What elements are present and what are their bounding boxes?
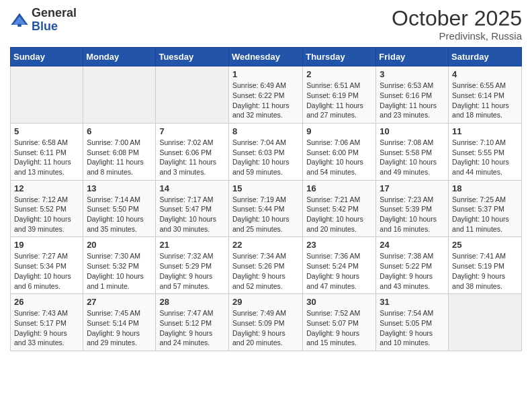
day-info: Sunrise: 7:23 AM Sunset: 5:39 PM Dayligh… <box>380 195 445 234</box>
day-number: 9 <box>306 126 372 136</box>
calendar-cell: 19Sunrise: 7:27 AM Sunset: 5:34 PM Dayli… <box>11 237 83 294</box>
calendar-cell: 3Sunrise: 6:53 AM Sunset: 6:16 PM Daylig… <box>376 66 449 124</box>
calendar-cell: 6Sunrise: 7:00 AM Sunset: 6:08 PM Daylig… <box>83 123 156 180</box>
title-block: October 2025 Predivinsk, Russia <box>392 7 522 42</box>
day-info: Sunrise: 7:47 AM Sunset: 5:12 PM Dayligh… <box>159 308 225 348</box>
calendar-week-row: 12Sunrise: 7:12 AM Sunset: 5:52 PM Dayli… <box>11 180 522 237</box>
day-info: Sunrise: 6:49 AM Sunset: 6:22 PM Dayligh… <box>232 81 299 120</box>
calendar-cell: 5Sunrise: 6:58 AM Sunset: 6:11 PM Daylig… <box>11 123 83 180</box>
day-info: Sunrise: 7:14 AM Sunset: 5:50 PM Dayligh… <box>87 195 152 234</box>
weekday-header: Sunday <box>11 48 83 66</box>
day-info: Sunrise: 7:12 AM Sunset: 5:52 PM Dayligh… <box>14 195 79 234</box>
day-number: 21 <box>159 240 225 250</box>
day-number: 28 <box>159 297 225 307</box>
calendar-cell: 17Sunrise: 7:23 AM Sunset: 5:39 PM Dayli… <box>376 180 449 237</box>
day-info: Sunrise: 7:45 AM Sunset: 5:14 PM Dayligh… <box>87 308 152 348</box>
calendar-week-row: 26Sunrise: 7:43 AM Sunset: 5:17 PM Dayli… <box>11 294 522 351</box>
day-info: Sunrise: 7:30 AM Sunset: 5:32 PM Dayligh… <box>87 251 152 291</box>
calendar-cell <box>11 66 83 124</box>
calendar-cell: 29Sunrise: 7:49 AM Sunset: 5:09 PM Dayli… <box>228 294 302 351</box>
day-number: 4 <box>452 69 518 79</box>
day-number: 24 <box>380 240 445 250</box>
calendar-cell: 18Sunrise: 7:25 AM Sunset: 5:37 PM Dayli… <box>449 180 522 237</box>
calendar-cell: 8Sunrise: 7:04 AM Sunset: 6:03 PM Daylig… <box>228 123 302 180</box>
calendar-cell: 11Sunrise: 7:10 AM Sunset: 5:55 PM Dayli… <box>449 123 522 180</box>
day-info: Sunrise: 6:58 AM Sunset: 6:11 PM Dayligh… <box>14 138 79 177</box>
day-info: Sunrise: 7:41 AM Sunset: 5:19 PM Dayligh… <box>452 251 518 291</box>
calendar-cell: 4Sunrise: 6:55 AM Sunset: 6:14 PM Daylig… <box>449 66 522 124</box>
page: General Blue October 2025 Predivinsk, Ru… <box>0 0 532 361</box>
day-info: Sunrise: 6:53 AM Sunset: 6:16 PM Dayligh… <box>380 81 445 120</box>
day-number: 8 <box>232 126 299 136</box>
calendar-cell: 30Sunrise: 7:52 AM Sunset: 5:07 PM Dayli… <box>303 294 376 351</box>
calendar-cell <box>449 294 522 351</box>
day-number: 10 <box>380 126 445 136</box>
day-info: Sunrise: 6:51 AM Sunset: 6:19 PM Dayligh… <box>306 81 372 120</box>
day-number: 12 <box>14 183 79 193</box>
day-number: 17 <box>380 183 445 193</box>
day-number: 29 <box>232 297 299 307</box>
calendar-cell: 31Sunrise: 7:54 AM Sunset: 5:05 PM Dayli… <box>376 294 449 351</box>
day-info: Sunrise: 7:17 AM Sunset: 5:47 PM Dayligh… <box>159 195 225 234</box>
day-number: 25 <box>452 240 518 250</box>
calendar-cell: 21Sunrise: 7:32 AM Sunset: 5:29 PM Dayli… <box>156 237 229 294</box>
calendar-cell: 26Sunrise: 7:43 AM Sunset: 5:17 PM Dayli… <box>11 294 83 351</box>
day-info: Sunrise: 7:21 AM Sunset: 5:42 PM Dayligh… <box>306 195 372 234</box>
day-info: Sunrise: 7:10 AM Sunset: 5:55 PM Dayligh… <box>452 138 518 177</box>
day-info: Sunrise: 7:27 AM Sunset: 5:34 PM Dayligh… <box>14 251 79 291</box>
header: General Blue October 2025 Predivinsk, Ru… <box>10 7 522 42</box>
day-info: Sunrise: 7:38 AM Sunset: 5:22 PM Dayligh… <box>380 251 445 291</box>
day-info: Sunrise: 7:00 AM Sunset: 6:08 PM Dayligh… <box>87 138 152 177</box>
logo-text: General Blue <box>32 7 77 34</box>
calendar-week-row: 1Sunrise: 6:49 AM Sunset: 6:22 PM Daylig… <box>11 66 522 124</box>
weekday-header: Friday <box>376 48 449 66</box>
day-number: 3 <box>380 69 445 79</box>
day-info: Sunrise: 7:04 AM Sunset: 6:03 PM Dayligh… <box>232 138 299 177</box>
day-info: Sunrise: 6:55 AM Sunset: 6:14 PM Dayligh… <box>452 81 518 120</box>
day-info: Sunrise: 7:08 AM Sunset: 5:58 PM Dayligh… <box>380 138 445 177</box>
calendar-cell: 22Sunrise: 7:34 AM Sunset: 5:26 PM Dayli… <box>228 237 302 294</box>
calendar-header-row: SundayMondayTuesdayWednesdayThursdayFrid… <box>11 48 522 66</box>
weekday-header: Monday <box>83 48 156 66</box>
calendar-cell: 27Sunrise: 7:45 AM Sunset: 5:14 PM Dayli… <box>83 294 156 351</box>
calendar-table: SundayMondayTuesdayWednesdayThursdayFrid… <box>10 47 522 351</box>
weekday-header: Thursday <box>303 48 376 66</box>
calendar-cell: 20Sunrise: 7:30 AM Sunset: 5:32 PM Dayli… <box>83 237 156 294</box>
calendar-cell: 1Sunrise: 6:49 AM Sunset: 6:22 PM Daylig… <box>228 66 302 124</box>
calendar-cell: 2Sunrise: 6:51 AM Sunset: 6:19 PM Daylig… <box>303 66 376 124</box>
day-info: Sunrise: 7:19 AM Sunset: 5:44 PM Dayligh… <box>232 195 299 234</box>
day-number: 14 <box>159 183 225 193</box>
calendar-week-row: 19Sunrise: 7:27 AM Sunset: 5:34 PM Dayli… <box>11 237 522 294</box>
calendar-cell: 14Sunrise: 7:17 AM Sunset: 5:47 PM Dayli… <box>156 180 229 237</box>
day-info: Sunrise: 7:54 AM Sunset: 5:05 PM Dayligh… <box>380 308 445 348</box>
calendar-cell: 13Sunrise: 7:14 AM Sunset: 5:50 PM Dayli… <box>83 180 156 237</box>
logo-icon <box>10 11 29 30</box>
day-info: Sunrise: 7:49 AM Sunset: 5:09 PM Dayligh… <box>232 308 299 348</box>
day-number: 26 <box>14 297 79 307</box>
day-number: 23 <box>306 240 372 250</box>
day-info: Sunrise: 7:25 AM Sunset: 5:37 PM Dayligh… <box>452 195 518 234</box>
calendar-week-row: 5Sunrise: 6:58 AM Sunset: 6:11 PM Daylig… <box>11 123 522 180</box>
day-info: Sunrise: 7:06 AM Sunset: 6:00 PM Dayligh… <box>306 138 372 177</box>
calendar-cell: 28Sunrise: 7:47 AM Sunset: 5:12 PM Dayli… <box>156 294 229 351</box>
day-number: 11 <box>452 126 518 136</box>
day-number: 18 <box>452 183 518 193</box>
day-number: 15 <box>232 183 299 193</box>
calendar-cell: 24Sunrise: 7:38 AM Sunset: 5:22 PM Dayli… <box>376 237 449 294</box>
logo: General Blue <box>10 7 77 34</box>
day-info: Sunrise: 7:52 AM Sunset: 5:07 PM Dayligh… <box>306 308 372 348</box>
day-info: Sunrise: 7:02 AM Sunset: 6:06 PM Dayligh… <box>159 138 225 177</box>
day-number: 5 <box>14 126 79 136</box>
day-number: 22 <box>232 240 299 250</box>
svg-rect-2 <box>17 24 21 26</box>
day-number: 31 <box>380 297 445 307</box>
day-number: 1 <box>232 69 299 79</box>
weekday-header: Tuesday <box>156 48 229 66</box>
calendar-cell: 12Sunrise: 7:12 AM Sunset: 5:52 PM Dayli… <box>11 180 83 237</box>
calendar-cell: 9Sunrise: 7:06 AM Sunset: 6:00 PM Daylig… <box>303 123 376 180</box>
calendar-cell <box>156 66 229 124</box>
day-info: Sunrise: 7:34 AM Sunset: 5:26 PM Dayligh… <box>232 251 299 291</box>
calendar-cell: 7Sunrise: 7:02 AM Sunset: 6:06 PM Daylig… <box>156 123 229 180</box>
day-info: Sunrise: 7:43 AM Sunset: 5:17 PM Dayligh… <box>14 308 79 348</box>
day-info: Sunrise: 7:36 AM Sunset: 5:24 PM Dayligh… <box>306 251 372 291</box>
